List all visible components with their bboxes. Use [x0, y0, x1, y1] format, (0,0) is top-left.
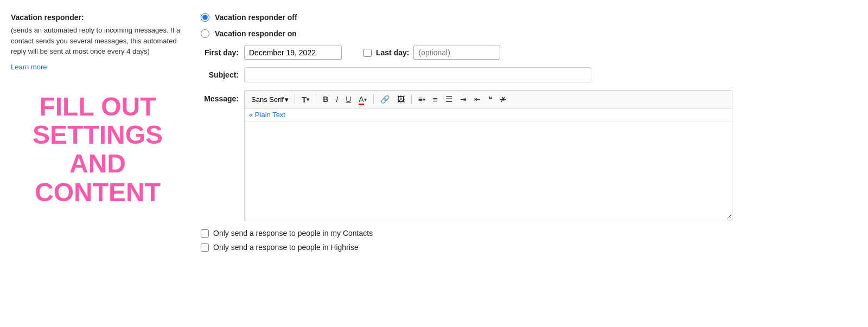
link-icon: 🔗: [380, 95, 390, 104]
link-button[interactable]: 🔗: [378, 93, 392, 105]
first-day-input[interactable]: [244, 46, 342, 60]
last-day-input[interactable]: [413, 46, 500, 60]
outdent-button[interactable]: ⇤: [471, 93, 483, 105]
contacts-checkbox-row: Only send a response to people in my Con…: [201, 229, 857, 238]
quote-icon: ❝: [488, 95, 493, 104]
text-size-icon: T: [302, 95, 307, 104]
unordered-list-button[interactable]: ☰: [443, 93, 455, 106]
last-day-label: Last day:: [376, 48, 409, 57]
font-selector[interactable]: Sans Serif ▾: [249, 94, 291, 105]
separator-3: [373, 94, 374, 104]
last-day-section: Last day:: [363, 46, 500, 60]
highrise-checkbox-label: Only send a response to people in Highri…: [213, 243, 359, 252]
learn-more-link[interactable]: Learn more: [11, 63, 47, 71]
separator-4: [411, 94, 412, 104]
date-row: First day: Last day:: [201, 46, 857, 60]
font-dropdown-arrow: ▾: [285, 95, 289, 104]
radio-off-row: Vacation responder off: [201, 13, 857, 22]
section-title: Vacation responder:: [11, 13, 184, 22]
left-panel: Vacation responder: (sends an automated …: [11, 11, 195, 327]
radio-on-row: Vacation responder on: [201, 29, 857, 38]
align-icon: ≡: [418, 95, 423, 104]
first-day-label: First day:: [201, 48, 239, 57]
checkboxes-section: Only send a response to people in my Con…: [201, 229, 857, 252]
image-icon: 🖼: [397, 95, 405, 104]
fill-out-notice: FILL OUT SETTINGS AND CONTENT: [11, 93, 184, 207]
toolbar: Sans Serif ▾ T▾ B I: [245, 91, 732, 108]
remove-format-button[interactable]: ✗: [497, 94, 509, 105]
indent-button[interactable]: ⇥: [457, 93, 469, 105]
text-color-button[interactable]: A ▾: [356, 93, 369, 105]
plain-text-link[interactable]: « Plain Text: [245, 108, 732, 121]
separator-1: [295, 94, 295, 104]
contacts-checkbox[interactable]: [201, 229, 209, 238]
underline-button[interactable]: U: [343, 93, 354, 105]
message-textarea[interactable]: [245, 121, 732, 219]
last-day-checkbox[interactable]: [363, 49, 372, 57]
message-section: Message: Sans Serif ▾ T▾: [201, 90, 857, 221]
editor-wrapper: Sans Serif ▾ T▾ B I: [244, 90, 732, 221]
text-size-button[interactable]: T▾: [299, 93, 312, 106]
radio-off-label: Vacation responder off: [215, 13, 297, 22]
bold-icon: B: [323, 95, 328, 104]
subject-input[interactable]: [244, 67, 591, 82]
ordered-list-button[interactable]: ≡: [430, 93, 441, 106]
right-panel: Vacation responder off Vacation responde…: [195, 11, 857, 327]
separator-2: [316, 94, 316, 104]
align-button[interactable]: ≡ ▾: [416, 93, 428, 105]
radio-off[interactable]: [201, 13, 209, 22]
quote-button[interactable]: ❝: [486, 93, 495, 105]
subject-row: Subject:: [201, 67, 857, 82]
highrise-checkbox[interactable]: [201, 243, 209, 252]
outdent-icon: ⇤: [474, 95, 481, 104]
text-color-icon: A: [359, 95, 363, 104]
remove-format-icon: ✗: [500, 95, 506, 104]
italic-button[interactable]: I: [333, 93, 341, 105]
radio-on-label: Vacation responder on: [215, 29, 297, 38]
indent-icon: ⇥: [460, 95, 467, 104]
italic-icon: I: [336, 95, 338, 104]
subject-label: Subject:: [201, 70, 239, 79]
underline-icon: U: [346, 95, 351, 104]
ordered-list-icon: ≡: [433, 95, 438, 104]
radio-on[interactable]: [201, 29, 209, 38]
image-button[interactable]: 🖼: [394, 93, 407, 105]
font-name: Sans Serif: [251, 95, 284, 104]
section-description: (sends an automated reply to incoming me…: [11, 25, 184, 57]
bold-button[interactable]: B: [320, 93, 331, 105]
unordered-list-icon: ☰: [445, 94, 452, 104]
message-label: Message:: [201, 90, 239, 103]
highrise-checkbox-row: Only send a response to people in Highri…: [201, 243, 857, 252]
contacts-checkbox-label: Only send a response to people in my Con…: [213, 229, 373, 238]
main-layout: Vacation responder: (sends an automated …: [11, 11, 857, 327]
